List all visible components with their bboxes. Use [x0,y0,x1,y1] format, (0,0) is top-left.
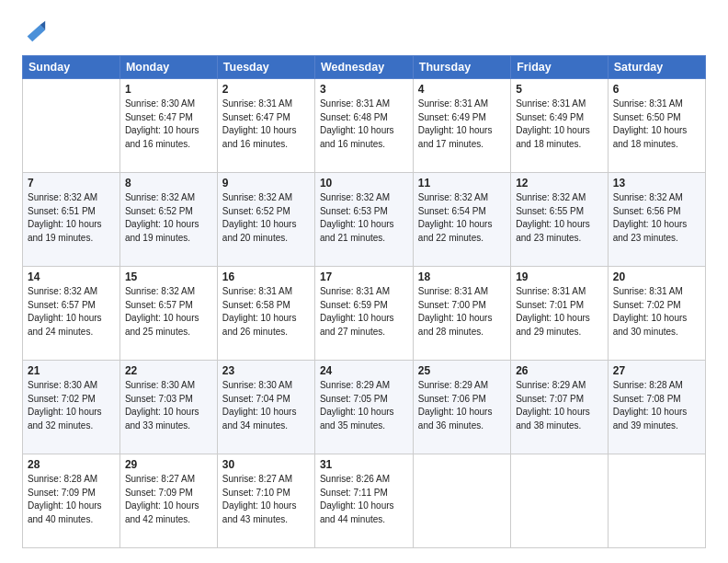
day-number: 22 [125,364,212,377]
day-info: Sunrise: 8:32 AM Sunset: 6:53 PM Dayligh… [320,191,408,245]
calendar-cell: 25Sunrise: 8:29 AM Sunset: 7:06 PM Dayli… [413,361,510,454]
calendar-table: SundayMondayTuesdayWednesdayThursdayFrid… [22,55,706,548]
calendar-cell: 26Sunrise: 8:29 AM Sunset: 7:07 PM Dayli… [511,361,609,454]
day-number: 13 [613,177,700,190]
calendar-cell: 8Sunrise: 8:32 AM Sunset: 6:52 PM Daylig… [119,173,217,267]
day-number: 6 [613,83,700,96]
week-row: 7Sunrise: 8:32 AM Sunset: 6:51 PM Daylig… [23,173,706,267]
day-number: 23 [222,364,310,377]
day-info: Sunrise: 8:27 AM Sunset: 7:10 PM Dayligh… [222,473,310,526]
calendar-cell: 24Sunrise: 8:29 AM Sunset: 7:05 PM Dayli… [314,361,413,454]
day-info: Sunrise: 8:32 AM Sunset: 6:57 PM Dayligh… [28,285,115,339]
day-info: Sunrise: 8:28 AM Sunset: 7:08 PM Dayligh… [613,379,700,432]
calendar-cell: 10Sunrise: 8:32 AM Sunset: 6:53 PM Dayli… [314,173,413,267]
calendar-cell [608,454,705,548]
weekday-header: Tuesday [217,56,314,79]
calendar-cell [413,454,510,548]
calendar-header-row: SundayMondayTuesdayWednesdayThursdayFrid… [23,56,706,79]
calendar-cell: 11Sunrise: 8:32 AM Sunset: 6:54 PM Dayli… [413,173,510,267]
day-number: 2 [222,83,310,96]
day-info: Sunrise: 8:31 AM Sunset: 7:02 PM Dayligh… [613,285,700,339]
calendar-cell: 28Sunrise: 8:28 AM Sunset: 7:09 PM Dayli… [23,454,120,548]
calendar-cell: 2Sunrise: 8:31 AM Sunset: 6:47 PM Daylig… [217,79,314,173]
day-info: Sunrise: 8:30 AM Sunset: 7:04 PM Dayligh… [222,379,310,432]
day-info: Sunrise: 8:32 AM Sunset: 6:52 PM Dayligh… [125,191,212,245]
calendar-cell: 1Sunrise: 8:30 AM Sunset: 6:47 PM Daylig… [119,79,217,173]
calendar-cell: 29Sunrise: 8:27 AM Sunset: 7:09 PM Dayli… [119,454,217,548]
day-info: Sunrise: 8:32 AM Sunset: 6:51 PM Dayligh… [28,191,115,245]
calendar-cell: 9Sunrise: 8:32 AM Sunset: 6:52 PM Daylig… [217,173,314,267]
day-number: 25 [418,364,506,377]
day-info: Sunrise: 8:30 AM Sunset: 7:03 PM Dayligh… [125,379,212,432]
calendar-cell: 12Sunrise: 8:32 AM Sunset: 6:55 PM Dayli… [511,173,609,267]
calendar-cell: 16Sunrise: 8:31 AM Sunset: 6:58 PM Dayli… [217,267,314,361]
day-number: 21 [28,364,115,377]
week-row: 1Sunrise: 8:30 AM Sunset: 6:47 PM Daylig… [23,79,706,173]
day-info: Sunrise: 8:32 AM Sunset: 6:57 PM Dayligh… [125,285,212,339]
day-number: 31 [320,458,408,471]
day-info: Sunrise: 8:28 AM Sunset: 7:09 PM Dayligh… [28,473,115,526]
day-info: Sunrise: 8:26 AM Sunset: 7:11 PM Dayligh… [320,473,408,526]
week-row: 28Sunrise: 8:28 AM Sunset: 7:09 PM Dayli… [23,454,706,548]
day-number: 1 [125,83,212,96]
day-info: Sunrise: 8:31 AM Sunset: 6:59 PM Dayligh… [320,285,408,339]
day-number: 10 [320,177,408,190]
calendar-cell: 19Sunrise: 8:31 AM Sunset: 7:01 PM Dayli… [511,267,609,361]
day-info: Sunrise: 8:32 AM Sunset: 6:52 PM Dayligh… [222,191,310,245]
day-info: Sunrise: 8:27 AM Sunset: 7:09 PM Dayligh… [125,473,212,526]
calendar-cell: 27Sunrise: 8:28 AM Sunset: 7:08 PM Dayli… [608,361,705,454]
day-number: 3 [320,83,408,96]
day-info: Sunrise: 8:31 AM Sunset: 6:49 PM Dayligh… [516,98,603,151]
day-number: 20 [613,270,700,283]
day-number: 24 [320,364,408,377]
day-number: 29 [125,458,212,471]
calendar-cell: 23Sunrise: 8:30 AM Sunset: 7:04 PM Dayli… [217,361,314,454]
day-number: 16 [222,270,310,283]
logo-icon [22,18,48,44]
calendar-cell [511,454,609,548]
day-number: 12 [516,177,603,190]
calendar-cell: 13Sunrise: 8:32 AM Sunset: 6:56 PM Dayli… [608,173,705,267]
day-info: Sunrise: 8:29 AM Sunset: 7:07 PM Dayligh… [516,379,603,432]
calendar-cell: 14Sunrise: 8:32 AM Sunset: 6:57 PM Dayli… [23,267,120,361]
day-info: Sunrise: 8:31 AM Sunset: 6:50 PM Dayligh… [613,98,700,151]
weekday-header: Thursday [413,56,510,79]
day-info: Sunrise: 8:29 AM Sunset: 7:06 PM Dayligh… [418,379,506,432]
calendar-cell: 22Sunrise: 8:30 AM Sunset: 7:03 PM Dayli… [119,361,217,454]
day-number: 8 [125,177,212,190]
day-number: 14 [28,270,115,283]
header [22,18,706,44]
calendar-cell: 20Sunrise: 8:31 AM Sunset: 7:02 PM Dayli… [608,267,705,361]
day-info: Sunrise: 8:31 AM Sunset: 6:48 PM Dayligh… [320,98,408,151]
page: SundayMondayTuesdayWednesdayThursdayFrid… [0,0,728,563]
day-info: Sunrise: 8:32 AM Sunset: 6:56 PM Dayligh… [613,191,700,245]
day-number: 5 [516,83,603,96]
day-info: Sunrise: 8:31 AM Sunset: 7:01 PM Dayligh… [516,285,603,339]
calendar-cell: 21Sunrise: 8:30 AM Sunset: 7:02 PM Dayli… [23,361,120,454]
day-number: 19 [516,270,603,283]
day-number: 9 [222,177,310,190]
day-number: 15 [125,270,212,283]
calendar-cell: 6Sunrise: 8:31 AM Sunset: 6:50 PM Daylig… [608,79,705,173]
calendar-cell: 7Sunrise: 8:32 AM Sunset: 6:51 PM Daylig… [23,173,120,267]
calendar-cell: 3Sunrise: 8:31 AM Sunset: 6:48 PM Daylig… [314,79,413,173]
day-number: 17 [320,270,408,283]
weekday-header: Saturday [608,56,705,79]
weekday-header: Sunday [23,56,120,79]
day-info: Sunrise: 8:30 AM Sunset: 6:47 PM Dayligh… [125,98,212,151]
day-info: Sunrise: 8:31 AM Sunset: 7:00 PM Dayligh… [418,285,506,339]
weekday-header: Friday [511,56,609,79]
day-info: Sunrise: 8:31 AM Sunset: 6:47 PM Dayligh… [222,98,310,151]
day-number: 28 [28,458,115,471]
day-number: 11 [418,177,506,190]
week-row: 14Sunrise: 8:32 AM Sunset: 6:57 PM Dayli… [23,267,706,361]
calendar-cell [23,79,120,173]
day-number: 26 [516,364,603,377]
calendar-cell: 31Sunrise: 8:26 AM Sunset: 7:11 PM Dayli… [314,454,413,548]
weekday-header: Monday [119,56,217,79]
day-info: Sunrise: 8:32 AM Sunset: 6:54 PM Dayligh… [418,191,506,245]
day-info: Sunrise: 8:31 AM Sunset: 6:49 PM Dayligh… [418,98,506,151]
calendar-cell: 18Sunrise: 8:31 AM Sunset: 7:00 PM Dayli… [413,267,510,361]
day-number: 18 [418,270,506,283]
calendar-cell: 30Sunrise: 8:27 AM Sunset: 7:10 PM Dayli… [217,454,314,548]
